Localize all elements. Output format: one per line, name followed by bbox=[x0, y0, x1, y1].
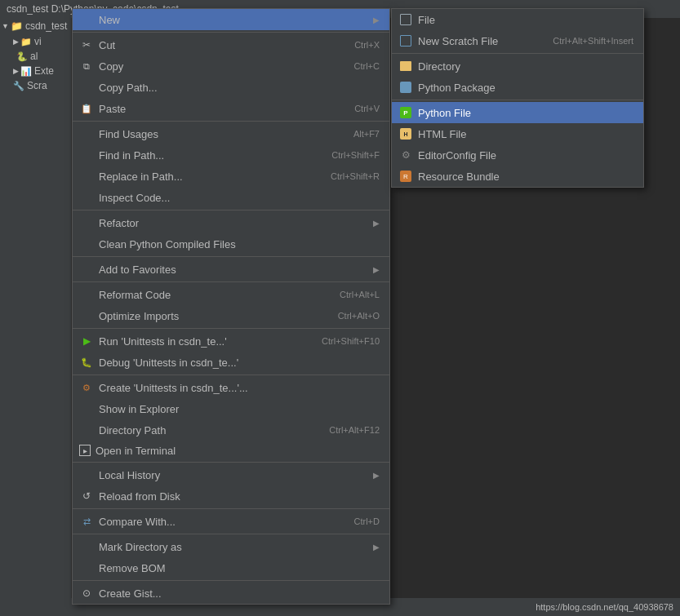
menu-optimize-shortcut: Ctrl+Alt+O bbox=[338, 311, 380, 321]
menu-show-explorer-label: Show in Explorer bbox=[99, 403, 380, 415]
submenu-pyfile-label: Python File bbox=[418, 107, 633, 119]
dir-icon-shape bbox=[400, 61, 411, 71]
menu-item-find-usages[interactable]: Find Usages Alt+F7 bbox=[73, 123, 389, 144]
menu-find-path-shortcut: Ctrl+Shift+F bbox=[331, 150, 380, 160]
menu-item-paste[interactable]: 📋 Paste Ctrl+V bbox=[73, 98, 389, 119]
submenu-python-package[interactable]: Python Package bbox=[392, 77, 643, 98]
py-icon-shape: P bbox=[400, 107, 411, 118]
context-menu: New ▶ File New Scratch File Ctrl+Alt+Shi… bbox=[72, 8, 390, 605]
submenu-directory[interactable]: Directory bbox=[392, 55, 643, 77]
tree-scra-label: Scra bbox=[27, 80, 47, 91]
menu-reload-label: Reload from Disk bbox=[99, 490, 380, 503]
submenu-dir-label: Directory bbox=[418, 60, 633, 73]
explorer-icon bbox=[79, 401, 94, 416]
menu-dir-path-shortcut: Ctrl+Alt+F12 bbox=[329, 425, 380, 435]
folder-icon-vi: 📁 bbox=[20, 37, 32, 47]
reload-icon: ↺ bbox=[79, 489, 94, 503]
menu-find-usages-label: Find Usages bbox=[99, 128, 337, 140]
menu-item-create[interactable]: ⚙ Create 'Unittests in csdn_te...'... bbox=[73, 377, 389, 398]
scratch-icon bbox=[398, 33, 413, 48]
menu-item-local-history[interactable]: Local History ▶ bbox=[73, 464, 389, 485]
menu-item-copy[interactable]: ⧉ Copy Ctrl+C bbox=[73, 55, 389, 77]
menu-reformat-label: Reformat Code bbox=[99, 289, 323, 301]
menu-paste-shortcut: Ctrl+V bbox=[354, 104, 380, 113]
menu-item-dir-path[interactable]: Directory Path Ctrl+Alt+F12 bbox=[73, 419, 389, 441]
tree-item-vi[interactable]: ▶ 📁 vi bbox=[0, 34, 71, 49]
submenu-python-file[interactable]: P Python File bbox=[392, 102, 643, 123]
python-file-icon: P bbox=[398, 105, 413, 120]
submenu-editorconfig[interactable]: ⚙ EditorConfig File bbox=[392, 144, 643, 166]
menu-item-terminal[interactable]: ▸ Open in Terminal bbox=[73, 441, 389, 460]
menu-find-usages-shortcut: Alt+F7 bbox=[353, 129, 380, 139]
menu-item-clean[interactable]: Clean Python Compiled Files bbox=[73, 233, 389, 255]
menu-item-create-gist[interactable]: ⊙ Create Gist... bbox=[73, 583, 389, 604]
submenu-html-label: HTML File bbox=[418, 128, 633, 140]
submenu-pkg-label: Python Package bbox=[418, 82, 633, 94]
menu-item-remove-bom[interactable]: Remove BOM bbox=[73, 557, 389, 578]
menu-item-reload[interactable]: ↺ Reload from Disk bbox=[73, 485, 389, 507]
menu-sep-9 bbox=[73, 534, 389, 534]
menu-item-mark-dir[interactable]: Mark Directory as ▶ bbox=[73, 536, 389, 557]
menu-optimize-label: Optimize Imports bbox=[99, 310, 322, 322]
menu-sep-7 bbox=[73, 462, 389, 463]
terminal-icon: ▸ bbox=[79, 445, 91, 456]
menu-find-path-label: Find in Path... bbox=[99, 149, 315, 162]
submenu-scratch-file[interactable]: New Scratch File Ctrl+Alt+Shift+Insert bbox=[392, 30, 643, 51]
menu-item-reformat[interactable]: Reformat Code Ctrl+Alt+L bbox=[73, 284, 389, 305]
status-url: https://blog.csdn.net/qq_40938678 bbox=[536, 602, 673, 612]
remove-bom-icon bbox=[79, 561, 94, 575]
menu-refactor-label: Refactor bbox=[99, 217, 373, 229]
tree-item-exte[interactable]: ▶ 📊 Exte bbox=[0, 64, 71, 78]
submenu-resource-bundle[interactable]: R Resource Bundle bbox=[392, 166, 643, 187]
menu-item-find-path[interactable]: Find in Path... Ctrl+Shift+F bbox=[73, 144, 389, 166]
menu-replace-path-label: Replace in Path... bbox=[99, 171, 314, 183]
menu-sep-4 bbox=[73, 281, 389, 282]
new-icon bbox=[79, 12, 94, 27]
tree-vi-label: vi bbox=[34, 36, 42, 47]
menu-item-show-explorer[interactable]: Show in Explorer bbox=[73, 398, 389, 419]
paste-icon: 📋 bbox=[79, 101, 94, 116]
menu-item-debug[interactable]: 🐛 Debug 'Unittests in csdn_te...' bbox=[73, 352, 389, 373]
menu-cut-shortcut: Ctrl+X bbox=[354, 40, 380, 50]
replace-path-icon bbox=[79, 169, 94, 184]
menu-sep-6 bbox=[73, 374, 389, 375]
tree-item-scra[interactable]: 🔧 Scra bbox=[0, 78, 71, 93]
copy-icon: ⧉ bbox=[79, 59, 94, 73]
settings-icon-shape: ⚙ bbox=[400, 149, 411, 161]
menu-copy-path-label: Copy Path... bbox=[99, 82, 380, 94]
mark-dir-arrow-icon: ▶ bbox=[373, 543, 380, 552]
menu-item-inspect[interactable]: Inspect Code... bbox=[73, 187, 389, 208]
menu-cut-label: Cut bbox=[99, 39, 338, 51]
menu-run-shortcut: Ctrl+Shift+F10 bbox=[322, 336, 380, 346]
submenu-file[interactable]: File bbox=[392, 9, 643, 30]
menu-sep-0 bbox=[73, 32, 389, 33]
mark-dir-icon bbox=[79, 539, 94, 554]
pkg-icon-shape bbox=[400, 82, 411, 93]
menu-item-run[interactable]: ▶ Run 'Unittests in csdn_te...' Ctrl+Shi… bbox=[73, 330, 389, 352]
tree-item-al[interactable]: 🐍 al bbox=[0, 49, 71, 64]
res-icon-shape: R bbox=[400, 171, 411, 182]
menu-sep-3 bbox=[73, 256, 389, 257]
menu-item-new[interactable]: New ▶ File New Scratch File Ctrl+Alt+Shi… bbox=[73, 9, 389, 30]
submenu-sep-1 bbox=[392, 53, 643, 54]
compare-icon: ⇄ bbox=[79, 514, 94, 529]
arrow-right-icon: ▶ bbox=[13, 38, 19, 46]
submenu-html-file[interactable]: H HTML File bbox=[392, 123, 643, 144]
menu-item-refactor[interactable]: Refactor ▶ bbox=[73, 212, 389, 233]
menu-item-copy-path[interactable]: Copy Path... bbox=[73, 77, 389, 98]
menu-item-replace-path[interactable]: Replace in Path... Ctrl+Shift+R bbox=[73, 166, 389, 187]
menu-item-favorites[interactable]: Add to Favorites ▶ bbox=[73, 259, 389, 280]
menu-item-cut[interactable]: ✂ Cut Ctrl+X bbox=[73, 34, 389, 55]
menu-copy-shortcut: Ctrl+C bbox=[354, 61, 380, 71]
new-arrow-icon: ▶ bbox=[373, 16, 380, 24]
menu-sep-5 bbox=[73, 328, 389, 329]
menu-item-optimize[interactable]: Optimize Imports Ctrl+Alt+O bbox=[73, 305, 389, 326]
run-icon: ▶ bbox=[79, 334, 94, 348]
menu-sep-2 bbox=[73, 210, 389, 211]
menu-item-compare[interactable]: ⇄ Compare With... Ctrl+D bbox=[73, 511, 389, 532]
tree-item-root[interactable]: ▼ 📁 csdn_test bbox=[0, 18, 71, 34]
submenu-sep-2 bbox=[392, 100, 643, 100]
submenu-res-label: Resource Bundle bbox=[418, 171, 633, 183]
menu-sep-10 bbox=[73, 580, 389, 581]
optimize-icon bbox=[79, 308, 94, 323]
